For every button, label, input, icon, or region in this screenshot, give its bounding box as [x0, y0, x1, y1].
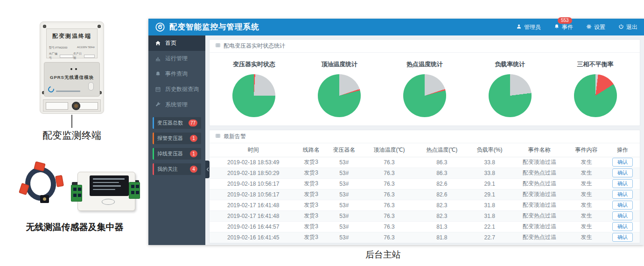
pie-chart-title: 负载率统计	[495, 60, 525, 69]
grid-icon	[215, 42, 221, 49]
action-cell: 确认	[605, 189, 640, 200]
table-cell: 22.7	[468, 232, 511, 243]
stat-badge: 77	[189, 119, 197, 126]
chart-icon	[155, 56, 161, 62]
pie	[232, 74, 275, 117]
sidebar-item-1[interactable]: 首页	[148, 35, 205, 51]
terminal-green-right	[129, 182, 140, 199]
pie-chart-title: 变压器实时状态	[233, 60, 275, 69]
table-cell: 53#	[325, 189, 363, 200]
power-icon	[618, 24, 624, 31]
table-row: 2019-02-17 16:41:48发货353#76.382.331.8配变顶…	[210, 200, 640, 210]
table-row: 2019-02-18 18:50:29发货353#76.386.333.8配变热…	[210, 168, 640, 178]
monitoring-terminal-photo: 配变测温终端 型号:FTM2000 AC220V 50Hz 出厂编号 生产日期 …	[40, 21, 104, 114]
table-cell: 发生	[567, 189, 605, 200]
alarm-table-body: 2019-02-18 18:53:49发货353#76.386.333.8配变顶…	[210, 157, 640, 243]
events-label: 事件	[562, 23, 573, 31]
table-cell: 76.3	[363, 232, 416, 243]
sidebar-stat-1[interactable]: 变压器总数77	[153, 117, 201, 129]
table-cell: 82.6	[415, 189, 468, 200]
sidebar-stat-2[interactable]: 报警变压器1	[153, 133, 201, 144]
module-button-shape	[88, 82, 94, 91]
table-cell: 76.3	[363, 157, 416, 168]
confirm-button[interactable]: 确认	[612, 168, 633, 177]
dashboard-window: 配变智能监控与管理系统 管理员 553 事件 设置 退出	[148, 19, 644, 245]
table-cell: 发生	[567, 200, 605, 210]
column-header: 线路名	[297, 143, 325, 157]
device-serial-label: 出厂编号	[49, 52, 60, 60]
table-cell: 81.3	[415, 221, 468, 232]
device-nameplate: 配变测温终端 型号:FTM2000 AC220V 50Hz 出厂编号 生产日期	[46, 28, 98, 58]
table-cell: 配变热点过温	[511, 178, 567, 189]
status-panel: 配电变压器实时状态统计 变压器实时状态顶油温度统计热点温度统计负载率统计三相不平…	[209, 39, 640, 126]
alarm-table: 时间线路名变压器名顶油温度(℃)热点温度(℃)负载率(%)事件名称事件内容操作 …	[210, 143, 640, 243]
settings-menu[interactable]: 设置	[586, 23, 605, 31]
logout-button[interactable]: 退出	[618, 23, 637, 31]
stat-label: 变压器总数	[157, 119, 183, 126]
table-row: 2019-02-16 16:41:45发货353#76.381.822.7配变热…	[210, 232, 640, 243]
terminal-green-left	[71, 185, 82, 202]
gprs-module-label: GPRS无线通信模块	[44, 75, 99, 81]
table-cell: 发货3	[297, 189, 325, 200]
table-cell: 2019-02-18 10:56:17	[210, 178, 297, 189]
sidebar-item-label: 事件查询	[165, 70, 188, 78]
terminal-caption: 配变监测终端	[27, 129, 117, 142]
stat-label: 掉线变压器	[157, 150, 183, 157]
sidebar-stat-4[interactable]: 我的关注4	[153, 163, 201, 175]
main-content: 配电变压器实时状态统计 变压器实时状态顶油温度统计热点温度统计负载率统计三相不平…	[205, 35, 644, 245]
table-cell: 发生	[567, 178, 605, 189]
table-cell: 76.3	[363, 221, 416, 232]
table-cell: 33.8	[468, 168, 511, 178]
sidebar-item-4[interactable]: 历史数据查询	[148, 82, 205, 97]
device-date-label: 生产日期	[73, 52, 84, 60]
events-menu[interactable]: 553 事件	[554, 23, 573, 31]
home-icon	[155, 40, 161, 46]
confirm-button[interactable]: 确认	[612, 201, 633, 210]
stat-label: 我的关注	[157, 166, 178, 173]
table-cell: 76.3	[363, 168, 416, 178]
concentrator-label	[90, 175, 129, 196]
table-cell: 配变顶油过温	[511, 221, 567, 232]
device-power: AC220V 50Hz	[77, 46, 95, 50]
confirm-button[interactable]: 确认	[612, 158, 633, 167]
chevron-left-icon	[206, 165, 209, 174]
serial-box	[60, 55, 73, 58]
table-cell: 53#	[325, 157, 363, 168]
sidebar-stat-3[interactable]: 掉线变压器1	[153, 148, 201, 160]
table-cell: 86.3	[415, 157, 468, 168]
pie-grid: 变压器实时状态顶油温度统计热点温度统计负载率统计三相不平衡率	[210, 53, 640, 126]
column-header: 操作	[605, 143, 640, 157]
terminal-block-shape	[78, 102, 98, 110]
sidebar-item-3[interactable]: 事件查询	[148, 66, 205, 82]
wrench-icon	[155, 102, 161, 108]
confirm-button[interactable]: 确认	[612, 179, 633, 188]
table-cell: 53#	[325, 200, 363, 210]
bell-icon	[155, 71, 161, 77]
table-cell: 发货3	[297, 178, 325, 189]
device-serial-row: 出厂编号 生产日期	[47, 52, 97, 60]
pie-chart-title: 三相不平衡率	[577, 60, 614, 69]
sidebar-menu: 首页运行管理事件查询历史数据查询系统管理	[148, 35, 205, 112]
column-header: 时间	[210, 143, 297, 157]
user-label: 管理员	[524, 23, 541, 31]
column-header: 热点温度(℃)	[415, 143, 468, 157]
confirm-button[interactable]: 确认	[612, 222, 633, 231]
alarms-panel-title: 最新告警	[224, 133, 246, 140]
pie-chart-3: 热点温度统计	[382, 56, 468, 117]
sidebar-item-5[interactable]: 系统管理	[148, 97, 205, 112]
sidebar-collapse-handle[interactable]	[205, 161, 210, 178]
logout-label: 退出	[626, 23, 637, 31]
confirm-button[interactable]: 确认	[612, 190, 633, 199]
user-menu[interactable]: 管理员	[516, 23, 541, 31]
concentrator-photo	[71, 168, 140, 214]
table-cell: 22.1	[468, 221, 511, 232]
wireless-sensor-photo	[22, 163, 62, 208]
table-cell: 发货3	[297, 157, 325, 168]
sidebar-item-label: 系统管理	[165, 101, 188, 109]
confirm-button[interactable]: 确认	[612, 233, 633, 242]
confirm-button[interactable]: 确认	[612, 211, 633, 220]
vendor-logo-icon	[47, 85, 55, 93]
sidebar-item-2[interactable]: 运行管理	[148, 51, 205, 66]
table-cell: 2019-02-18 18:53:49	[210, 157, 297, 168]
led-indicator	[75, 68, 77, 70]
